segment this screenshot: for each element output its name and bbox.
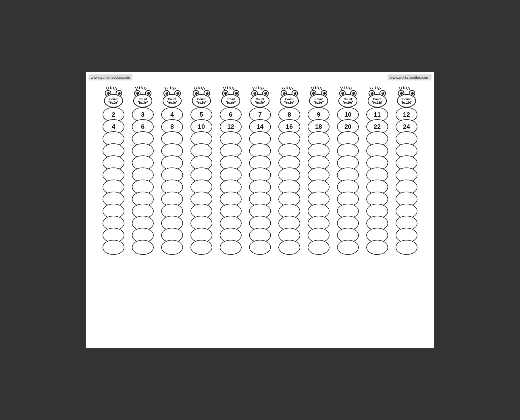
svg-point-109 <box>280 95 298 107</box>
svg-line-83 <box>258 86 259 89</box>
svg-text:Count: Count <box>373 98 382 101</box>
svg-line-6 <box>116 88 117 90</box>
svg-line-100 <box>289 87 290 89</box>
svg-line-81 <box>255 87 255 89</box>
segment-by12s-11[interactable] <box>396 240 417 255</box>
caterpillar-by7s: Count by 7s 714 <box>246 86 274 252</box>
svg-point-26 <box>137 93 138 93</box>
svg-line-118 <box>321 88 322 90</box>
caterpillar-by10s: Count by 10s 1020 <box>334 86 362 252</box>
svg-point-57 <box>195 92 198 95</box>
svg-point-74 <box>225 93 226 93</box>
svg-point-25 <box>136 92 139 95</box>
svg-text:by 10s: by 10s <box>343 101 353 104</box>
svg-point-156 <box>382 93 383 93</box>
segment-by11s-11[interactable] <box>366 240 388 255</box>
caterpillar-by6s: Count by 6s 612 <box>217 86 245 252</box>
segment-by2s-11[interactable] <box>103 240 124 255</box>
segment-by5s-11[interactable] <box>190 240 212 255</box>
svg-line-48 <box>194 87 195 90</box>
svg-line-163 <box>405 86 405 89</box>
svg-point-61 <box>192 95 211 107</box>
svg-point-75 <box>235 92 238 95</box>
svg-line-52 <box>201 87 202 89</box>
svg-text:by 8s: by 8s <box>286 101 293 104</box>
caterpillar-by8s: Count by 8s 816 <box>275 86 303 252</box>
svg-line-84 <box>260 87 260 89</box>
svg-text:Count: Count <box>315 98 323 101</box>
segment-by4s-11[interactable] <box>161 240 183 255</box>
svg-point-105 <box>283 92 286 95</box>
svg-point-124 <box>323 93 324 93</box>
caterpillar-by3s: Count by 3s 36 <box>129 86 157 252</box>
svg-line-51 <box>200 86 200 89</box>
segment-by3s-11[interactable] <box>132 240 154 255</box>
segment-by9s-11[interactable] <box>308 240 330 255</box>
segment-by8s-11[interactable] <box>278 240 300 255</box>
frog-head-by5s: Count by 5s <box>190 86 213 109</box>
caterpillars-container: Count by 2s 24 <box>88 86 432 252</box>
segment-by6s-11[interactable] <box>220 240 242 255</box>
svg-line-112 <box>311 87 313 90</box>
svg-line-113 <box>313 87 314 89</box>
worksheet-page: www.worksheetfun.com www.worksheetfun.co… <box>86 72 434 348</box>
svg-line-33 <box>167 87 167 89</box>
svg-point-172 <box>411 93 412 93</box>
svg-point-45 <box>163 95 181 107</box>
svg-text:by 6s: by 6s <box>227 101 234 104</box>
svg-point-139 <box>352 92 355 95</box>
frog-head-by9s: Count by 9s <box>307 86 330 109</box>
svg-line-65 <box>225 87 226 89</box>
svg-point-11 <box>118 92 121 95</box>
frog-head-by2s: Count by 2s <box>102 86 125 109</box>
segment-by7s-11[interactable] <box>249 240 271 255</box>
svg-text:Count: Count <box>402 98 411 101</box>
svg-point-58 <box>195 93 196 93</box>
caterpillar-by11s: Count by 11s 1122 <box>363 86 391 252</box>
svg-point-59 <box>206 92 209 95</box>
svg-point-29 <box>134 95 152 107</box>
svg-text:by 7s: by 7s <box>256 101 264 104</box>
svg-line-38 <box>175 88 176 90</box>
frog-head-by11s: Count by 11s <box>365 86 389 109</box>
svg-point-107 <box>294 92 296 95</box>
svg-line-3 <box>112 86 112 89</box>
svg-point-91 <box>264 92 267 95</box>
svg-text:by 3s: by 3s <box>139 101 147 104</box>
svg-point-106 <box>283 93 284 93</box>
svg-point-92 <box>265 93 266 93</box>
svg-point-173 <box>397 95 416 107</box>
svg-line-35 <box>170 86 171 89</box>
svg-point-122 <box>313 93 313 93</box>
svg-point-123 <box>323 92 326 95</box>
svg-text:Count: Count <box>227 98 235 101</box>
svg-point-141 <box>339 95 357 107</box>
svg-point-43 <box>176 92 179 95</box>
svg-line-165 <box>408 87 409 90</box>
svg-line-128 <box>340 87 342 90</box>
svg-point-140 <box>353 93 354 93</box>
frog-head-by7s: Count by 7s <box>248 86 272 109</box>
svg-line-1 <box>108 87 109 89</box>
svg-line-22 <box>145 88 147 90</box>
svg-line-0 <box>106 87 107 90</box>
svg-point-77 <box>222 95 240 107</box>
segment-by10s-11[interactable] <box>337 240 359 255</box>
svg-line-149 <box>378 87 379 90</box>
svg-point-169 <box>400 92 403 95</box>
svg-point-171 <box>411 92 414 95</box>
svg-line-97 <box>284 87 285 89</box>
svg-line-144 <box>370 87 371 90</box>
svg-line-16 <box>135 87 137 90</box>
svg-line-133 <box>349 87 350 90</box>
svg-point-42 <box>166 93 167 93</box>
svg-line-21 <box>144 87 145 90</box>
svg-point-76 <box>236 93 236 93</box>
frog-head-by6s: Count by 6s <box>219 86 242 109</box>
frog-head-by4s: Count by 4s <box>160 86 184 109</box>
svg-point-157 <box>368 95 386 107</box>
svg-line-68 <box>230 87 231 89</box>
svg-text:Count: Count <box>168 98 177 101</box>
caterpillar-by12s: Count by 12s 1224 <box>392 86 421 252</box>
svg-line-36 <box>172 87 172 89</box>
